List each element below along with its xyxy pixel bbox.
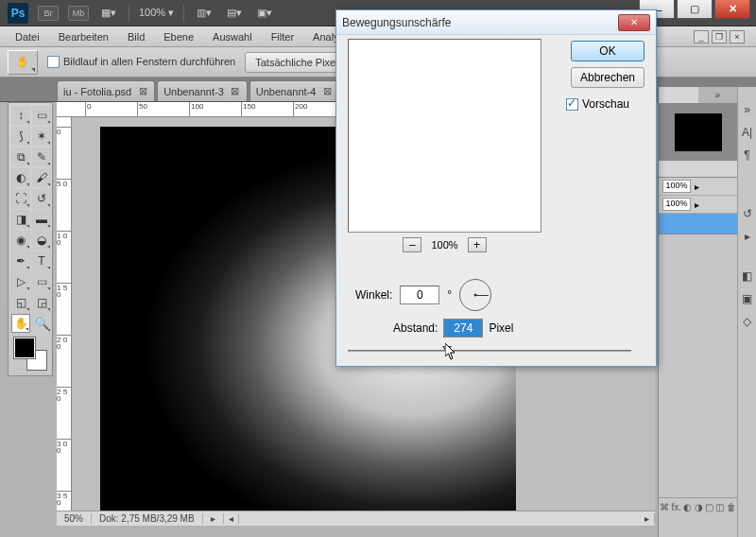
path-selection-tool[interactable]: ▷ (11, 272, 30, 291)
screen-mode-icon[interactable]: ▦▾ (98, 4, 119, 23)
actual-pixels-button[interactable]: Tatsächliche Pixel (245, 52, 348, 73)
layer-style-icon[interactable]: fx. (672, 502, 682, 512)
checkbox-icon[interactable] (566, 98, 578, 111)
move-tool[interactable]: ↕ (11, 106, 30, 125)
menu-filter[interactable]: Filter (262, 28, 303, 45)
crop-tool[interactable]: ⧉ (11, 147, 30, 166)
adjustment-layer-icon[interactable]: ◑ (695, 502, 703, 512)
expand-panels-icon[interactable]: » (740, 102, 755, 117)
window-close-button[interactable]: ✕ (714, 0, 750, 19)
scroll-all-windows-label: Bildlauf in allen Fenstern durchführen (63, 56, 235, 67)
magic-wand-tool[interactable]: ✶ (32, 127, 51, 146)
fill-row: 100%▸ (659, 196, 737, 214)
status-docinfo[interactable]: Dok: 2,75 MB/3,29 MB (92, 513, 203, 524)
fill-value[interactable]: 100% (662, 198, 691, 211)
slider-track (348, 350, 631, 352)
doc-tab[interactable]: Unbenannt-4⊠ (249, 80, 340, 101)
status-dropdown-icon[interactable]: ▸ (203, 513, 224, 524)
channels-panel-icon[interactable]: ▣ (740, 291, 755, 306)
chevron-down-icon[interactable]: ▸ (695, 199, 699, 210)
gradient-tool[interactable]: ▬ (32, 210, 51, 229)
cancel-button[interactable]: Abbrechen (571, 67, 644, 88)
hand-tool[interactable]: ✋ (11, 314, 30, 333)
arrange-docs-icon[interactable]: ▤▾ (224, 4, 245, 23)
character-panel-icon[interactable]: A| (740, 125, 755, 140)
doc-close-button[interactable]: × (730, 30, 745, 43)
marquee-tool[interactable]: ▭ (32, 106, 51, 125)
foreground-color[interactable] (14, 338, 35, 358)
paragraph-panel-icon[interactable]: ¶ (740, 147, 755, 163)
doc-tab[interactable]: iu - Fotolia.psd⊠ (57, 80, 155, 101)
close-icon[interactable]: ⊠ (321, 86, 333, 97)
ok-button[interactable]: OK (571, 41, 644, 61)
lasso-tool[interactable]: ⟆ (11, 127, 30, 146)
menu-bild[interactable]: Bild (118, 28, 154, 45)
healing-brush-tool[interactable]: ◐ (11, 168, 30, 187)
scroll-left-icon[interactable]: ◂ (224, 513, 239, 524)
current-tool-hand[interactable]: ✋ (8, 50, 38, 75)
motion-blur-dialog: Bewegungsunschärfe ✕ – 100% + OK Abbrech… (335, 9, 657, 367)
bridge-button[interactable]: Br (38, 6, 59, 21)
menu-ebene[interactable]: Ebene (154, 28, 203, 45)
zoom-out-button[interactable]: – (403, 237, 421, 252)
layer-row[interactable] (659, 214, 737, 234)
3d-tool[interactable]: ◱ (11, 293, 30, 312)
chevron-down-icon[interactable]: ▸ (695, 182, 699, 192)
new-layer-icon[interactable]: ◫ (715, 502, 724, 512)
zoom-tool[interactable]: 🔍 (32, 314, 51, 333)
minibridge-button[interactable]: Mb (68, 6, 89, 21)
screen-mode2-icon[interactable]: ▣▾ (254, 4, 275, 23)
shape-tool[interactable]: ▭ (32, 272, 51, 291)
close-icon[interactable]: ⊠ (137, 86, 148, 97)
slider-thumb[interactable] (442, 346, 452, 354)
chevron-right-icon[interactable]: » (698, 87, 738, 103)
paths-panel-icon[interactable]: ◇ (740, 314, 755, 329)
angle-dial[interactable] (459, 279, 491, 311)
menu-bearbeiten[interactable]: Bearbeiten (49, 28, 118, 45)
3d-camera-tool[interactable]: ◲ (32, 293, 51, 312)
layers-tab[interactable] (659, 161, 737, 177)
layers-panel-icon[interactable]: ◧ (740, 268, 755, 284)
layer-mask-icon[interactable]: ◐ (683, 502, 692, 512)
navigator-tab[interactable] (659, 87, 698, 103)
distance-input[interactable] (443, 319, 483, 338)
actions-panel-icon[interactable]: ▸ (740, 229, 755, 244)
navigator-thumbnail[interactable] (675, 113, 722, 151)
dodge-tool[interactable]: ◒ (32, 231, 51, 250)
doc-restore-button[interactable]: ❐ (712, 30, 727, 43)
status-zoom[interactable]: 50% (57, 513, 92, 524)
history-panel-icon[interactable]: ↺ (740, 206, 755, 221)
menu-datei[interactable]: Datei (6, 28, 49, 45)
view-extras-icon[interactable]: ▥▾ (194, 4, 215, 23)
angle-input[interactable] (400, 286, 439, 304)
distance-unit: Pixel (489, 321, 513, 335)
scroll-right-icon[interactable]: ▸ (640, 513, 655, 524)
color-swatches[interactable] (11, 335, 51, 372)
pen-tool[interactable]: ✒ (11, 251, 30, 270)
filter-preview[interactable] (348, 39, 541, 233)
dialog-titlebar[interactable]: Bewegungsunschärfe ✕ (336, 10, 656, 35)
dialog-close-button[interactable]: ✕ (618, 14, 650, 31)
link-layers-icon[interactable]: ⌘ (660, 502, 669, 512)
preview-checkbox[interactable]: Vorschau (566, 97, 629, 111)
group-icon[interactable]: ▢ (705, 502, 713, 512)
layers-panel: 100%▸ 100%▸ (659, 161, 737, 234)
blur-tool[interactable]: ◉ (11, 231, 30, 250)
window-maximize-button[interactable]: ▢ (677, 0, 713, 19)
trash-icon[interactable]: 🗑 (727, 502, 736, 512)
zoom-level[interactable]: 100% ▾ (139, 7, 174, 19)
close-icon[interactable]: ⊠ (230, 86, 241, 97)
eraser-tool[interactable]: ◨ (11, 210, 30, 229)
doc-minimize-button[interactable]: _ (694, 30, 709, 43)
doc-tab[interactable]: Unbenannt-3⊠ (157, 80, 248, 101)
history-brush-tool[interactable]: ↺ (32, 189, 51, 208)
zoom-in-button[interactable]: + (468, 237, 487, 252)
eyedropper-tool[interactable]: ✎ (32, 147, 51, 166)
opacity-value[interactable]: 100% (662, 180, 691, 193)
type-tool[interactable]: T (32, 251, 51, 270)
stamp-tool[interactable]: ⛶ (11, 189, 30, 208)
brush-tool[interactable]: 🖌 (32, 168, 51, 187)
scroll-all-windows-checkbox[interactable]: Bildlauf in allen Fenstern durchführen (47, 56, 235, 69)
menu-auswahl[interactable]: Auswahl (203, 28, 262, 45)
distance-slider[interactable] (348, 343, 631, 358)
